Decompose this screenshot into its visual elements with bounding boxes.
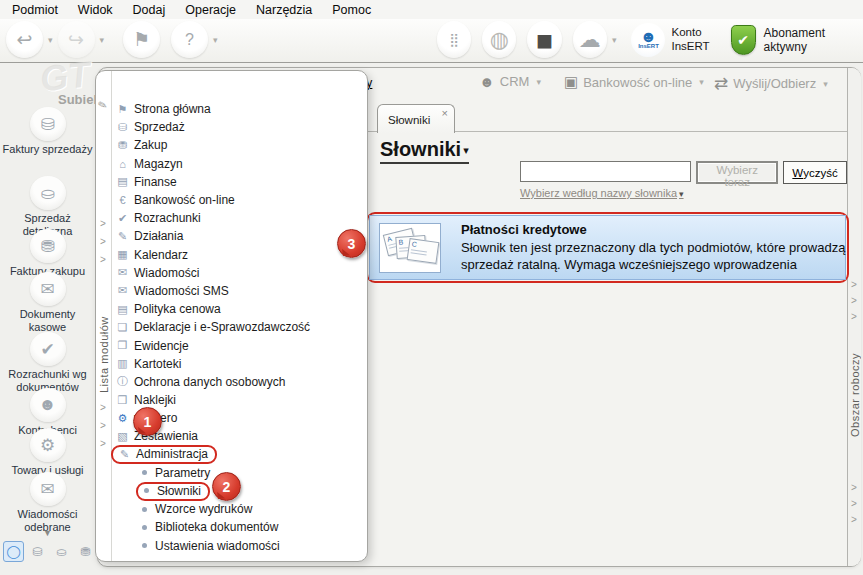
cloud-button[interactable]: ☁ (573, 21, 607, 58)
module-rozrachunki-wg-dokumentow[interactable]: ✔ Rozrachunki wg dokumentów (0, 332, 95, 394)
quick-purchase-icon[interactable]: ⛃ (75, 541, 96, 562)
menu-podmiot[interactable]: Podmiot (2, 1, 68, 19)
tree-item-bankowosc-on-line[interactable]: €Bankowość on-line (114, 191, 365, 209)
help-icon: ? (185, 31, 194, 49)
send-receive-icon: ⇄ (714, 73, 728, 94)
menu-bar: Podmiot Widok Dodaj Operacje Narzędzia P… (0, 0, 863, 19)
subscription-status[interactable]: ✔ Abonament aktywny (731, 25, 863, 55)
administration-icon: ✎ (116, 448, 133, 461)
tree-item-rozrachunki[interactable]: ✔Rozrachunki (114, 209, 365, 227)
sidebar-quick-icons: ◯ ⛁ ⛀ ⛃ (3, 541, 96, 562)
flag-button[interactable]: ⚑ (123, 21, 160, 58)
tree-item-finanse[interactable]: ▤Finanse (114, 173, 365, 191)
chevron-right-icon: > (100, 237, 106, 247)
search-input[interactable] (520, 161, 691, 182)
sales-invoices-icon: ⛁ (30, 107, 66, 141)
chevron-right-icon: > (100, 219, 106, 229)
sidebar-more-toggle[interactable]: ▼ (0, 528, 95, 538)
back-dropdown-caret[interactable]: ▾ (48, 35, 53, 45)
tree-item-deklaracje[interactable]: ❏Deklaracje i e-Sprawozdawczość (114, 318, 365, 336)
quick-sales-icon[interactable]: ⛁ (27, 541, 48, 562)
dots-loader-icon: ⣿ (449, 32, 459, 47)
tree-item-naklejki[interactable]: ❒Naklejki (114, 391, 365, 409)
tree-item-ochrona-danych[interactable]: ⓘOchrona danych osobowych (114, 373, 365, 391)
flag-icon: ⚑ (133, 28, 150, 51)
page-title[interactable]: Słowniki▾ (380, 138, 469, 164)
tree-item-strona-glowna[interactable]: ⚑Strona główna (114, 100, 365, 118)
tree-item-ewidencje[interactable]: ❐Ewidencje (114, 336, 365, 354)
data-protection-icon: ⓘ (114, 374, 131, 389)
tree-item-sprzedaz[interactable]: ⛁Sprzedaż (114, 118, 365, 136)
bankowosc-dropdown[interactable]: ▣ Bankowość on-line ▾ (564, 73, 706, 91)
tree-strip-lista-modulow[interactable]: ✎ > > > Lista modułów > > > (96, 71, 112, 561)
tree-item-ustawienia-wiadomosci[interactable]: Ustawienia wiadomości (114, 537, 365, 555)
goods-services-icon: ⚙ (30, 428, 66, 462)
tab-close-icon[interactable]: × (442, 107, 448, 119)
cube-button[interactable]: ◼ (527, 21, 561, 58)
tree-item-zakup[interactable]: ⛃Zakup (114, 136, 365, 154)
crm-caret-icon: ▾ (536, 77, 541, 87)
quick-current-module-icon[interactable]: ◯ (3, 541, 24, 562)
konto-insert-button[interactable]: ☻ InsERT Konto InsERT (631, 23, 709, 57)
tab-slowniki[interactable]: Słowniki × (377, 104, 455, 133)
menu-pomoc[interactable]: Pomoc (322, 1, 381, 19)
tree-item-polityka-cenowa[interactable]: ▤Polityka cenowa (114, 300, 365, 318)
vendero-gear-icon: ⚙ (114, 412, 131, 425)
chevron-right-icon: > (100, 421, 106, 431)
tree-item-wzorce-wydrukow[interactable]: Wzorce wydruków (114, 500, 365, 518)
quick-retail-icon[interactable]: ⛀ (51, 541, 72, 562)
module-towary-i-uslugi[interactable]: ⚙ Towary i usługi (0, 428, 95, 477)
back-button[interactable]: ↩ (6, 21, 43, 58)
tree-item-wiadomosci-sms[interactable]: ✉Wiadomości SMS (114, 282, 365, 300)
declarations-icon: ❏ (114, 321, 131, 334)
slowniki-annotation-outline: Słowniki (136, 482, 210, 501)
filter-by-name-link[interactable]: Wybierz według nazwy słownika▾ (520, 187, 684, 199)
card-index-icon: ▥ (114, 357, 131, 370)
tree-item-wiadomosci[interactable]: ✉Wiadomości (114, 264, 365, 282)
crm-dropdown[interactable]: ☻ CRM ▾ (479, 73, 543, 90)
tree-item-dzialania[interactable]: ✎Działania (114, 227, 365, 245)
cloud-dropdown-caret[interactable]: ▾ (612, 35, 617, 45)
pin-icon: ✎ (96, 98, 108, 113)
help-dropdown-caret[interactable]: ▾ (213, 35, 218, 45)
messages-icon: ✉ (114, 266, 131, 279)
chevron-right-icon: > (100, 403, 106, 413)
chevron-right-icon: > (851, 499, 857, 509)
contractors-icon: ☻ (30, 388, 66, 422)
services-button[interactable]: ⣿ (437, 21, 471, 58)
tree-item-magazyn[interactable]: ⌂Magazyn (114, 155, 365, 173)
card-annotation-outline: A B C Płatności kredytowe Słownik ten je… (366, 212, 849, 283)
wyslij-odbierz-dropdown[interactable]: ⇄ Wyślij/Odbierz ▾ (714, 73, 830, 94)
menu-operacje[interactable]: Operacje (175, 1, 246, 19)
inbox-icon: ✉ (30, 472, 66, 506)
help-button[interactable]: ? (171, 21, 208, 58)
right-panel-obszar-roboczy[interactable]: > > > Obszar roboczy > > > (847, 68, 861, 566)
search-row: Wybierz teraz Wyczyść (520, 161, 847, 186)
annotation-badge-2: 2 (212, 472, 241, 501)
tree-item-biblioteka-dokumentow[interactable]: Biblioteka dokumentów (114, 518, 365, 536)
app-window: Podmiot Widok Dodaj Operacje Narzędzia P… (0, 0, 863, 575)
forward-dropdown-caret[interactable]: ▾ (100, 35, 105, 45)
tree-item-kartoteki[interactable]: ▥Kartoteki (114, 355, 365, 373)
wyczysc-button[interactable]: Wyczyść (783, 161, 847, 184)
module-dokumenty-kasowe[interactable]: ✉ Dokumenty kasowe (0, 272, 95, 334)
online-sphere-button[interactable]: ◍ (482, 21, 516, 58)
back-arrow-icon: ↩ (17, 28, 33, 51)
card-title: Płatności kredytowe (461, 222, 853, 237)
obszar-roboczy-label: Obszar roboczy (849, 320, 861, 470)
dictionary-card-platnosci-kredytowe[interactable]: A B C Płatności kredytowe Słownik ten je… (369, 215, 846, 280)
menu-dodaj[interactable]: Dodaj (123, 1, 176, 19)
chevron-right-icon: > (851, 483, 857, 493)
menu-widok[interactable]: Widok (68, 1, 123, 19)
module-wiadomosci-odebrane[interactable]: ✉ Wiadomości odebrane (0, 472, 95, 534)
tree-item-administracja[interactable]: ✎Administracja (114, 446, 365, 464)
wybierz-teraz-button[interactable]: Wybierz teraz (696, 161, 778, 184)
tree-item-kalendarz[interactable]: ▦Kalendarz (114, 246, 365, 264)
module-faktury-sprzedazy[interactable]: ⛁ Faktury sprzedaży (0, 107, 95, 156)
menu-narzedzia[interactable]: Narzędzia (246, 1, 322, 19)
coins-icon: ⛁ (114, 121, 131, 134)
module-faktury-zakupu[interactable]: ⛃ Faktury zakupu (0, 229, 95, 278)
forward-button[interactable]: ↪ (58, 21, 95, 58)
chevron-right-icon: > (851, 296, 857, 306)
retail-basket-icon: ⛀ (30, 176, 66, 210)
